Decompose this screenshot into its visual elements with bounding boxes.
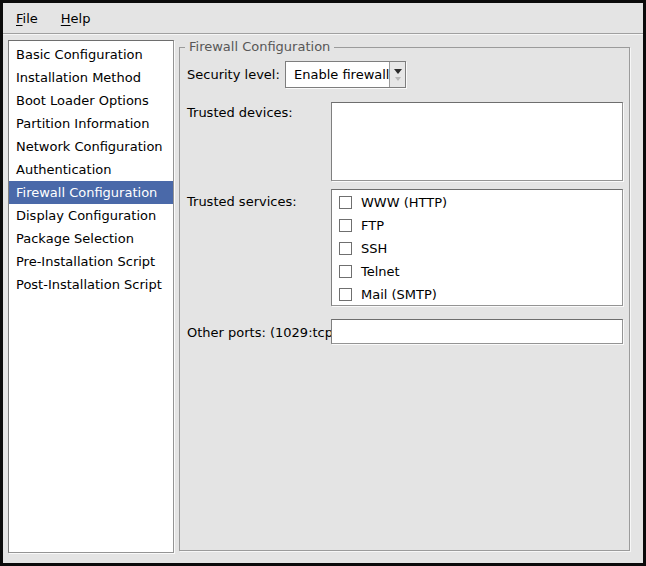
sidebar-section-list: Basic Configuration Installation Method … [8,40,174,553]
telnet-checkbox[interactable] [339,265,352,278]
menu-file[interactable]: File [14,9,40,28]
ssh-checkbox[interactable] [339,242,352,255]
sidebar-item-pre-installation-script[interactable]: Pre-Installation Script [9,250,173,273]
ftp-checkbox[interactable] [339,219,352,232]
trusted-service-row: FTP [332,214,622,237]
sidebar-item-network-configuration[interactable]: Network Configuration [9,135,173,158]
menu-help-mnemonic: H [61,11,71,26]
ssh-label: SSH [361,241,387,256]
mail-smtp-checkbox[interactable] [339,288,352,301]
menu-help-rest: elp [71,11,91,26]
menubar: File Help [3,3,643,33]
sidebar-item-package-selection[interactable]: Package Selection [9,227,173,250]
sidebar-item-boot-loader-options[interactable]: Boot Loader Options [9,89,173,112]
trusted-devices-label: Trusted devices: [187,105,293,120]
ftp-label: FTP [361,218,384,233]
telnet-label: Telnet [361,264,400,279]
security-level-value: Enable firewall [286,62,389,87]
sidebar-item-firewall-configuration[interactable]: Firewall Configuration [9,181,173,204]
chevron-down-shadow-icon [395,77,401,81]
sidebar-item-post-installation-script[interactable]: Post-Installation Script [9,273,173,296]
sidebar-item-display-configuration[interactable]: Display Configuration [9,204,173,227]
other-ports-label: Other ports: (1029:tcp) [187,325,338,340]
trusted-devices-list[interactable] [331,102,623,181]
menu-file-rest: ile [23,11,38,26]
mail-smtp-label: Mail (SMTP) [361,287,437,302]
trusted-service-row: Mail (SMTP) [332,283,622,306]
menubar-separator [3,33,643,35]
sidebar-item-basic-configuration[interactable]: Basic Configuration [9,43,173,66]
trusted-services-list: WWW (HTTP) FTP SSH Telnet Mail (SMTP) [331,189,623,306]
firewall-configuration-frame: Firewall Configuration Security level: E… [179,47,630,551]
sidebar-item-authentication[interactable]: Authentication [9,158,173,181]
kickstart-configurator-window: File Help Basic Configuration Installati… [0,0,646,566]
frame-title: Firewall Configuration [185,39,334,54]
menu-help[interactable]: Help [59,9,93,28]
security-level-combobox[interactable]: Enable firewall [285,61,406,88]
trusted-services-label: Trusted services: [187,194,297,209]
trusted-service-row: SSH [332,237,622,260]
trusted-service-row: WWW (HTTP) [332,191,622,214]
security-level-label: Security level: [187,67,280,82]
www-http-label: WWW (HTTP) [361,195,447,210]
www-http-checkbox[interactable] [339,196,352,209]
other-ports-input[interactable] [331,319,623,344]
sidebar-item-partition-information[interactable]: Partition Information [9,112,173,135]
chevron-down-icon [394,69,402,74]
combo-dropdown-button[interactable] [389,62,405,87]
trusted-service-row: Telnet [332,260,622,283]
sidebar-item-installation-method[interactable]: Installation Method [9,66,173,89]
